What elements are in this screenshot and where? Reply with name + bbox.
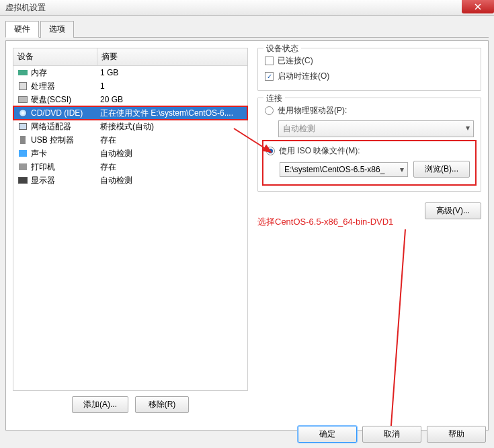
use-iso-label: 使用 ISO 映像文件(M):	[279, 145, 360, 157]
ok-button[interactable]: 确定	[298, 426, 357, 443]
hardware-list[interactable]: 设备 摘要 内存1 GB处理器1硬盘(SCSI)20 GBCD/DVD (IDE…	[13, 48, 248, 391]
tab-bar: 硬件 选项	[5, 20, 489, 38]
device-summary: 存在	[100, 135, 243, 146]
device-icon	[17, 135, 28, 145]
device-icon	[17, 81, 28, 91]
use-iso-radio[interactable]	[266, 147, 275, 155]
hardware-row[interactable]: 声卡自动检测	[13, 147, 247, 160]
tab-options[interactable]: 选项	[40, 21, 74, 38]
hardware-list-header: 设备 摘要	[13, 48, 247, 66]
physical-drive-combo[interactable]: 自动检测	[278, 120, 474, 137]
device-icon	[17, 121, 28, 132]
hardware-row[interactable]: 处理器1	[13, 79, 247, 93]
hardware-row[interactable]: 显示器自动检测	[13, 174, 247, 187]
svg-line-3	[390, 229, 405, 435]
device-summary: 自动检测	[100, 175, 243, 186]
device-name: 网络适配器	[31, 121, 100, 133]
connection-group: 连接 使用物理驱动器(P): 自动检测 使用 ISO 映像文件(M): E:\s…	[257, 98, 481, 192]
device-name: 打印机	[31, 161, 100, 173]
use-physical-label: 使用物理驱动器(P):	[278, 105, 347, 116]
device-icon	[17, 148, 28, 159]
connection-legend: 连接	[263, 93, 285, 104]
device-icon	[17, 67, 28, 78]
connect-on-start-label: 启动时连接(O)	[278, 71, 329, 82]
hardware-row[interactable]: 内存1 GB	[13, 66, 247, 79]
col-device: 设备	[13, 48, 97, 65]
device-icon	[17, 94, 28, 105]
hardware-row[interactable]: CD/DVD (IDE)正在使用文件 E:\system\CentOS-6...…	[13, 106, 247, 120]
remove-button[interactable]: 移除(R)	[135, 396, 189, 413]
hardware-row[interactable]: USB 控制器存在	[13, 133, 247, 147]
close-icon	[475, 3, 481, 10]
device-status-legend: 设备状态	[263, 43, 301, 54]
advanced-button[interactable]: 高级(V)...	[425, 202, 481, 219]
device-name: 内存	[31, 67, 100, 79]
connected-label: 已连接(C)	[278, 55, 313, 67]
device-summary: 1	[100, 81, 243, 91]
add-button[interactable]: 添加(A)...	[72, 396, 128, 413]
device-summary: 1 GB	[100, 68, 243, 77]
col-summary: 摘要	[97, 48, 247, 65]
device-icon	[17, 161, 28, 172]
hardware-row[interactable]: 网络适配器桥接模式(自动)	[13, 120, 247, 133]
device-name: 声卡	[31, 148, 100, 159]
annotation-text: 选择CentOS-6.5-x86_64-bin-DVD1	[257, 216, 393, 228]
device-icon	[17, 108, 28, 118]
use-physical-radio[interactable]	[265, 106, 274, 115]
hardware-row[interactable]: 打印机存在	[13, 160, 247, 174]
device-summary: 正在使用文件 E:\system\CentOS-6....	[100, 108, 243, 119]
hardware-row[interactable]: 硬盘(SCSI)20 GB	[13, 93, 247, 106]
device-name: 处理器	[31, 81, 100, 92]
arrow-2	[385, 226, 412, 441]
device-summary: 桥接模式(自动)	[100, 121, 243, 133]
help-button[interactable]: 帮助	[427, 426, 486, 443]
connect-on-start-checkbox[interactable]	[265, 72, 274, 81]
browse-button[interactable]: 浏览(B)...	[413, 161, 470, 178]
device-icon	[17, 175, 28, 186]
cancel-button[interactable]: 取消	[362, 426, 421, 443]
device-name: 硬盘(SCSI)	[31, 94, 100, 106]
device-status-group: 设备状态 已连接(C) 启动时连接(O)	[257, 48, 481, 91]
dialog-title: 虚拟机设置	[5, 2, 46, 13]
device-name: USB 控制器	[31, 135, 100, 146]
device-summary: 自动检测	[100, 148, 243, 159]
device-summary: 20 GB	[100, 95, 243, 104]
device-name: 显示器	[31, 175, 100, 186]
iso-path-combo[interactable]: E:\system\CentOS-6.5-x86_	[280, 162, 408, 177]
device-summary: 存在	[100, 161, 243, 173]
device-name: CD/DVD (IDE)	[31, 108, 100, 118]
tab-hardware[interactable]: 硬件	[5, 21, 39, 38]
close-button[interactable]	[462, 0, 494, 13]
connected-checkbox[interactable]	[265, 57, 274, 65]
